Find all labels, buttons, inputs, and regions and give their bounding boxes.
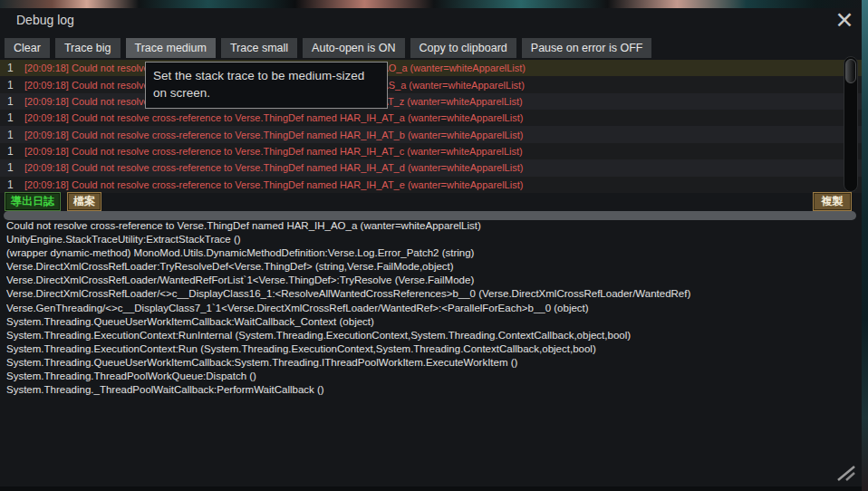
log-list-scrollbar-thumb[interactable] bbox=[845, 59, 856, 83]
log-message: [20:09:18] Could not resolve cross-refer… bbox=[24, 162, 523, 173]
log-message: [20:09:18] Could not resolve cross-refer… bbox=[24, 179, 523, 190]
log-row[interactable]: 1[20:09:18] Could not resolve cross-refe… bbox=[0, 93, 862, 110]
stack-trace-line: Verse.GenThreading/<>c__DisplayClass7_1`… bbox=[6, 302, 858, 315]
pause-on-error-toggle-button[interactable]: Pause on error is OFF bbox=[522, 38, 652, 58]
stack-trace-line: System.Threading.ExecutionContext:RunInt… bbox=[6, 329, 858, 342]
log-row[interactable]: 1[20:09:18] Could not resolve cross-refe… bbox=[0, 126, 862, 142]
stack-trace-line: System.Threading.QueueUserWorkItemCallba… bbox=[6, 315, 858, 329]
log-list-scrollbar[interactable] bbox=[844, 56, 858, 192]
log-row[interactable]: 1[20:09:18] Could not resolve cross-refe… bbox=[0, 76, 862, 92]
log-message: [20:09:18] Could not resolve cross-refer… bbox=[24, 146, 523, 157]
log-count: 1 bbox=[0, 79, 24, 91]
resize-handle-icon[interactable] bbox=[833, 465, 856, 481]
trace-medium-button[interactable]: Trace medium bbox=[126, 38, 216, 58]
file-button[interactable]: 檔案 bbox=[67, 192, 101, 211]
log-count: 1 bbox=[0, 145, 24, 158]
stack-trace-line: System.Threading.ExecutionContext:Run (S… bbox=[6, 342, 858, 356]
stack-trace-line: System.Threading.QueueUserWorkItemCallba… bbox=[6, 356, 858, 370]
log-message: [20:09:18] Could not resolve cross-refer… bbox=[24, 130, 523, 140]
debug-log-window: Debug log ✕ Clear Trace big Trace medium… bbox=[0, 8, 862, 486]
stack-trace-line: Verse.DirectXmlCrossRefLoader/WantedRefF… bbox=[6, 274, 858, 287]
tooltip: Set the stack trace to be medium-sized o… bbox=[145, 62, 388, 109]
stack-trace-line: Could not resolve cross-reference to Ver… bbox=[6, 219, 858, 233]
copy-to-clipboard-button[interactable]: Copy to clipboard bbox=[410, 38, 516, 58]
log-row[interactable]: 1[20:09:18] Could not resolve cross-refe… bbox=[0, 60, 862, 76]
trace-small-button[interactable]: Trace small bbox=[221, 38, 297, 58]
log-row[interactable]: 1[20:09:18] Could not resolve cross-refe… bbox=[0, 110, 862, 126]
stack-trace-line: UnityEngine.StackTraceUtility:ExtractSta… bbox=[6, 233, 858, 246]
stack-trace-line: (wrapper dynamic-method) MonoMod.Utils.D… bbox=[6, 246, 858, 260]
log-count: 1 bbox=[0, 62, 24, 74]
clear-button[interactable]: Clear bbox=[5, 38, 50, 58]
stack-trace: Could not resolve cross-reference to Ver… bbox=[6, 219, 858, 397]
tooltip-text: Set the stack trace to be medium-sized o… bbox=[153, 69, 364, 100]
close-icon[interactable]: ✕ bbox=[831, 6, 858, 34]
window-title: Debug log bbox=[16, 13, 74, 27]
stack-trace-line: Verse.DirectXmlCrossRefLoader/<>c__Displ… bbox=[6, 287, 858, 301]
log-message: [20:09:18] Could not resolve cross-refer… bbox=[24, 112, 523, 123]
log-count: 1 bbox=[0, 129, 24, 141]
log-count: 1 bbox=[0, 111, 24, 124]
stack-trace-line: System.Threading.ThreadPoolWorkQueue:Dis… bbox=[6, 370, 858, 383]
stack-trace-line: System.Threading._ThreadPoolWaitCallback… bbox=[6, 383, 858, 397]
log-count: 1 bbox=[0, 161, 24, 174]
log-count: 1 bbox=[0, 95, 24, 108]
auto-open-toggle-button[interactable]: Auto-open is ON bbox=[303, 38, 404, 58]
action-bar: 導出日誌 檔案 複製 bbox=[0, 192, 862, 211]
export-log-button[interactable]: 導出日誌 bbox=[5, 192, 61, 211]
log-row[interactable]: 1[20:09:18] Could not resolve cross-refe… bbox=[0, 143, 862, 159]
log-row[interactable]: 1[20:09:18] Could not resolve cross-refe… bbox=[0, 159, 862, 176]
toolbar: Clear Trace big Trace medium Trace small… bbox=[5, 38, 651, 58]
game-background-right bbox=[862, 0, 868, 491]
copy-button[interactable]: 複製 bbox=[813, 192, 852, 211]
trace-big-button[interactable]: Trace big bbox=[55, 38, 121, 58]
log-row[interactable]: 1[20:09:18] Could not resolve cross-refe… bbox=[0, 177, 862, 193]
log-count: 1 bbox=[0, 178, 24, 191]
stack-trace-line: Verse.DirectXmlCrossRefLoader:TryResolve… bbox=[6, 260, 858, 274]
game-background-top bbox=[0, 0, 868, 8]
screenshot-root: Debug log ✕ Clear Trace big Trace medium… bbox=[0, 0, 868, 491]
log-list: 1[20:09:18] Could not resolve cross-refe… bbox=[0, 60, 862, 193]
